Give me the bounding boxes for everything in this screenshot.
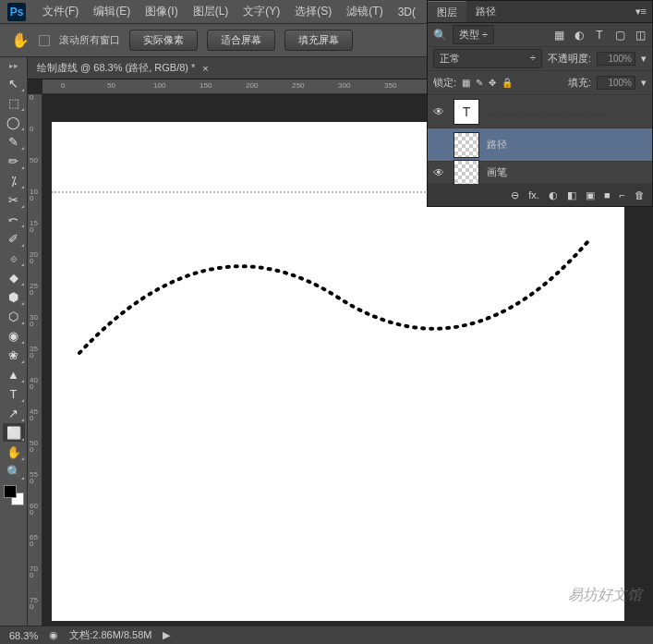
tool-4[interactable]: ✏ [3,152,25,170]
zoom-level[interactable]: 68.3% [9,630,38,641]
play-icon[interactable]: ▶ [163,629,170,641]
tool-17[interactable]: ↗ [3,404,25,422]
tool-14[interactable]: ❀ [3,346,25,364]
tool-20[interactable]: 🔍 [3,462,25,480]
panel-action-icon[interactable]: ▣ [586,189,595,201]
layer-thumbnail: T [453,99,479,125]
menu-filter[interactable]: 滤镜(T) [339,4,390,19]
watermark: 易坊好文馆 [568,586,642,605]
tool-5[interactable]: ⁒ [3,171,25,189]
panel-footer: ⊖fx.◐◧▣■⌐🗑 [428,184,652,206]
toolbar: ▸▸ ↖⬚◯✎✏⁒✂⤺✐⟐◆⬢⬡◉❀▲T↗⬜✋🔍 [0,57,28,626]
actual-pixels-button[interactable]: 实际像素 [129,30,198,51]
panel-action-icon[interactable]: ⊖ [511,189,519,201]
tool-9[interactable]: ⟐ [3,249,25,267]
filter-image-icon[interactable]: ▦ [552,29,565,42]
panel-action-icon[interactable]: ⌐ [620,189,625,200]
app-logo: Ps [7,3,26,21]
dotted-curve-path [70,233,606,381]
tool-19[interactable]: ✋ [3,443,25,461]
opacity-input[interactable]: 100% [597,52,635,66]
visibility-eye-icon[interactable]: 👁 [431,105,446,118]
filter-smart-icon[interactable]: ◫ [634,29,647,42]
document-title: 绘制虚线 @ 68.3% (路径, RGB/8) * [37,61,195,75]
menu-layer[interactable]: 图层(L) [186,4,236,19]
filter-type-icon[interactable]: T [593,29,606,42]
tool-18[interactable]: ⬜ [3,423,25,442]
blend-mode-select[interactable]: 正常 ÷ [433,49,542,68]
tab-paths[interactable]: 路径 [466,1,505,22]
layer-list: 👁T……………………………路径👁画笔 [428,95,652,184]
fill-label: 填充: [568,76,591,90]
panel-menu-icon[interactable]: ▾≡ [630,6,652,18]
layers-panel: 图层 路径 ▾≡ 🔍 类型 ÷ ▦ ◐ T ▢ ◫ 正常 ÷ 不透明度: 100… [427,0,653,207]
menu-type[interactable]: 文字(Y) [236,4,287,19]
layer-thumbnail [453,132,479,158]
tool-8[interactable]: ✐ [3,229,25,248]
tool-7[interactable]: ⤺ [3,210,25,228]
tool-15[interactable]: ▲ [3,365,25,383]
opacity-label: 不透明度: [548,52,591,66]
tool-12[interactable]: ⬡ [3,307,25,325]
fit-screen-button[interactable]: 适合屏幕 [207,30,275,51]
tool-2[interactable]: ◯ [3,113,25,131]
panel-action-icon[interactable]: ◧ [567,189,576,201]
filter-type-select[interactable]: 类型 ÷ [453,25,494,44]
vertical-ruler: 0050100150200250300350400450500550600650… [28,94,42,626]
visibility-eye-icon[interactable]: 👁 [431,166,446,179]
document-size: 文档:2.86M/8.58M [69,628,151,642]
panel-action-icon[interactable]: ◐ [549,189,558,201]
scroll-all-checkbox[interactable] [39,35,50,46]
lock-pixels-icon[interactable]: ▦ [462,78,470,88]
panel-action-icon[interactable]: ■ [604,189,611,200]
layer-name: 路径 [487,138,507,152]
filter-shape-icon[interactable]: ▢ [613,29,626,42]
layer-row[interactable]: 👁T…………………………… [428,95,652,128]
fill-screen-button[interactable]: 填充屏幕 [284,30,353,51]
tool-1[interactable]: ⬚ [3,93,25,112]
tool-13[interactable]: ◉ [3,326,25,345]
lock-label: 锁定: [433,76,456,90]
tool-3[interactable]: ✎ [3,132,25,151]
tool-0[interactable]: ↖ [3,74,25,92]
panel-action-icon[interactable]: 🗑 [635,189,645,200]
tool-11[interactable]: ⬢ [3,287,25,306]
menu-select[interactable]: 选择(S) [287,4,339,19]
lock-move-icon[interactable]: ✥ [489,78,496,88]
search-icon: 🔍 [433,29,447,42]
scroll-all-label: 滚动所有窗口 [59,33,120,47]
menu-3d[interactable]: 3D( [391,6,423,18]
tool-10[interactable]: ◆ [3,268,25,286]
layer-row[interactable]: 路径 [428,128,652,162]
menu-file[interactable]: 文件(F) [35,4,86,19]
layer-name: 画笔 [487,165,507,179]
menu-image[interactable]: 图像(I) [138,4,185,19]
layer-row[interactable]: 👁画笔 [428,162,652,184]
menu-edit[interactable]: 编辑(E) [86,4,138,19]
layer-thumbnail [453,160,479,185]
fill-arrow-icon[interactable]: ▾ [641,77,647,89]
tool-6[interactable]: ✂ [3,190,25,209]
color-swatch[interactable] [4,485,24,505]
toolbar-expand-icon[interactable]: ▸▸ [9,61,18,70]
filter-adjust-icon[interactable]: ◐ [573,29,586,42]
panel-action-icon[interactable]: fx. [528,189,539,200]
tab-layers[interactable]: 图层 [428,1,466,22]
fill-input[interactable]: 100% [597,76,635,90]
document-close-icon[interactable]: × [202,63,208,74]
layer-name: …………………………… [487,106,609,117]
lock-all-icon[interactable]: 🔒 [502,78,513,88]
status-icon[interactable]: ◉ [49,629,58,641]
tool-16[interactable]: T [3,384,25,403]
opacity-arrow-icon[interactable]: ▾ [641,53,647,65]
lock-brush-icon[interactable]: ✎ [476,78,483,88]
hand-tool-icon: ✋ [11,31,30,49]
